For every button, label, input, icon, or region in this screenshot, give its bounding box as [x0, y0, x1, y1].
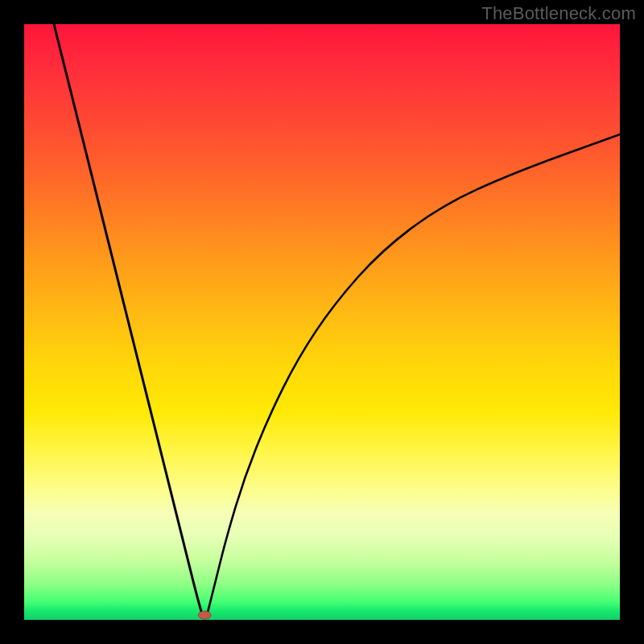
curve-left-branch [54, 24, 202, 613]
chart-curves [24, 24, 620, 620]
frame-right [620, 0, 644, 644]
frame-left [0, 0, 24, 644]
frame-bottom [0, 620, 644, 644]
plot-area [24, 24, 620, 620]
curve-right-branch [208, 134, 620, 613]
minimum-marker [198, 611, 211, 619]
watermark-text: TheBottleneck.com [481, 3, 636, 24]
